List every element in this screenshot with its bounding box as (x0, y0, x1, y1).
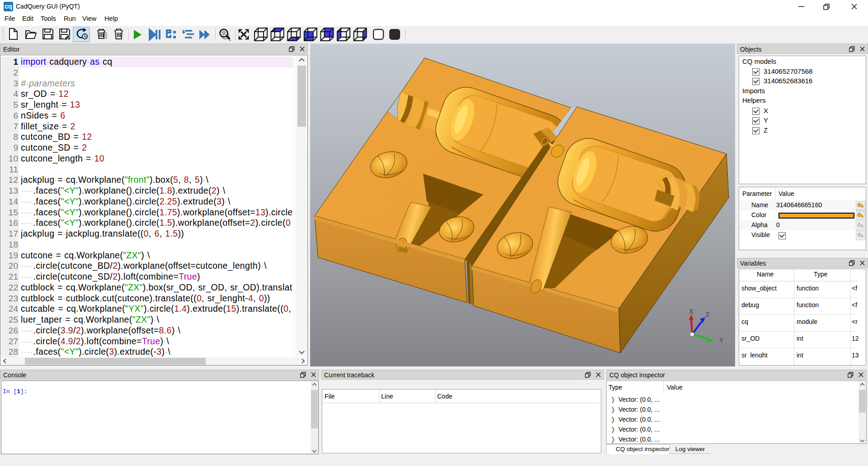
svg-text:Z: Z (706, 311, 710, 318)
svg-text:Y: Y (719, 337, 724, 344)
svg-text:X: X (689, 308, 693, 315)
